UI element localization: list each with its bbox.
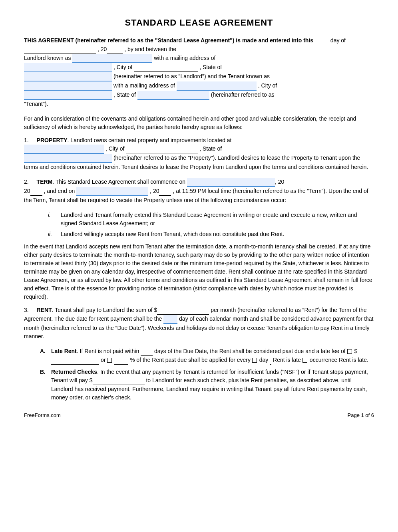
term-item-i-label: i. [48, 211, 56, 228]
hereinafter-landlord-label: (hereinafter referred to as "Landlord") … [113, 73, 270, 79]
footer-left: FreeForms.com [24, 411, 61, 419]
checkbox-day [252, 358, 257, 363]
footer: FreeForms.com Page 1 of 6 [24, 411, 374, 419]
section-term-text: 2. TERM. This Standard Lease Agreement s… [24, 178, 374, 204]
property-text1: . Landlord owns certain real property an… [68, 137, 232, 143]
city-label: , City of [113, 64, 132, 70]
term-list: i. Landlord and Tenant formally extend t… [48, 211, 374, 238]
rent-sub-b-content: Returned Checks. In the event that any p… [51, 368, 374, 402]
late-rent-text2: days of the Due Date, the Rent shall be … [154, 348, 346, 354]
rent-sub-b-label: B. [40, 368, 48, 402]
checkbox-dollar [347, 349, 352, 354]
section-1-num: 1. [24, 137, 29, 143]
day-of-label: day of [330, 37, 346, 44]
section-property-text: 1. PROPERTY. Landlord owns certain real … [24, 136, 374, 171]
returned-checks-heading: Returned Checks [51, 369, 97, 375]
section-rent: 3. RENT. Tenant shall pay to Landlord th… [24, 306, 374, 341]
landlord-known-as-label: Landlord known as [24, 55, 71, 61]
checkbox-occurrence [302, 358, 307, 363]
state-label: , State of [199, 64, 222, 70]
footer-right: Page 1 of 6 [348, 411, 374, 419]
term-item-i: i. Landlord and Tenant formally extend t… [48, 211, 374, 228]
section-rent-text: 3. RENT. Tenant shall pay to Landlord th… [24, 306, 374, 341]
term-heading: TERM [37, 179, 53, 185]
term-and-end-on: , and end on [44, 188, 75, 194]
mailing-label2: with a mailing address of [113, 82, 175, 89]
late-rent-text1: . If Rent is not paid within [77, 348, 139, 354]
year-prefix: , 20 [98, 46, 107, 52]
tenant-close: "Tenant"). [24, 101, 48, 107]
property-heading: PROPERTY [37, 137, 68, 143]
page-title: STANDARD LEASE AGREEMENT [24, 16, 374, 29]
checkbox-percent [107, 358, 112, 363]
term-20-2: , 20 [150, 188, 159, 194]
year-suffix: , by and between the [124, 46, 176, 52]
city-label2: , City of [258, 82, 277, 89]
intro-block: THIS AGREEMENT (hereinafter referred to … [24, 36, 374, 108]
late-rent-or: or [101, 357, 105, 363]
term-item-ii-label: ii. [48, 230, 56, 238]
rent-sub-a-content: Late Rent. If Rent is not paid within da… [51, 347, 374, 365]
property-state-label: , State of [199, 145, 222, 152]
term-item-ii: ii. Landlord willingly accepts new Rent … [48, 230, 374, 238]
mailing-label: with a mailing address of [154, 55, 215, 61]
late-rent-text7: occurrence Rent is late. [310, 357, 368, 363]
rent-text1: . Tenant shall pay to Landlord the sum o… [52, 307, 157, 313]
section-property: 1. PROPERTY. Landlord owns certain real … [24, 136, 374, 171]
rent-sub-a: A. Late Rent. If Rent is not paid within… [40, 347, 374, 365]
rent-heading: RENT [37, 307, 52, 313]
consideration-text: For and in consideration of the covenant… [24, 115, 374, 131]
section-2-num: 2. [24, 179, 29, 185]
section-term: 2. TERM. This Standard Lease Agreement s… [24, 178, 374, 204]
section-3-num: 3. [24, 307, 29, 313]
rent-sub-a-label: A. [40, 347, 48, 365]
term-text5: , at 11:59 PM local time (hereinafter re… [24, 188, 368, 203]
late-rent-text5: % of the Rent past due shall be applied … [130, 357, 251, 363]
state-label2: , State of [113, 91, 136, 98]
hereinafter-tenant-label: (hereinafter referred to as [211, 91, 275, 98]
rent-sub-b: B. Returned Checks. In the event that an… [40, 368, 374, 402]
this-agreement-label: THIS AGREEMENT (hereinafter referred to … [24, 37, 313, 44]
property-city-label: , City of [105, 145, 124, 152]
month-to-month-text: In the event that Landlord accepts new r… [24, 242, 374, 301]
term-text1: . This Standard Lease Agreement shall co… [52, 179, 185, 185]
late-rent-day-label: day [259, 357, 269, 363]
intro-text: THIS AGREEMENT (hereinafter referred to … [24, 36, 374, 108]
term-item-ii-text: Landlord willingly accepts new Rent from… [61, 230, 284, 238]
term-item-i-text: Landlord and Tenant formally extend this… [61, 211, 374, 228]
late-rent-heading: Late Rent [51, 348, 77, 354]
rent-sub-list: A. Late Rent. If Rent is not paid within… [40, 347, 374, 402]
